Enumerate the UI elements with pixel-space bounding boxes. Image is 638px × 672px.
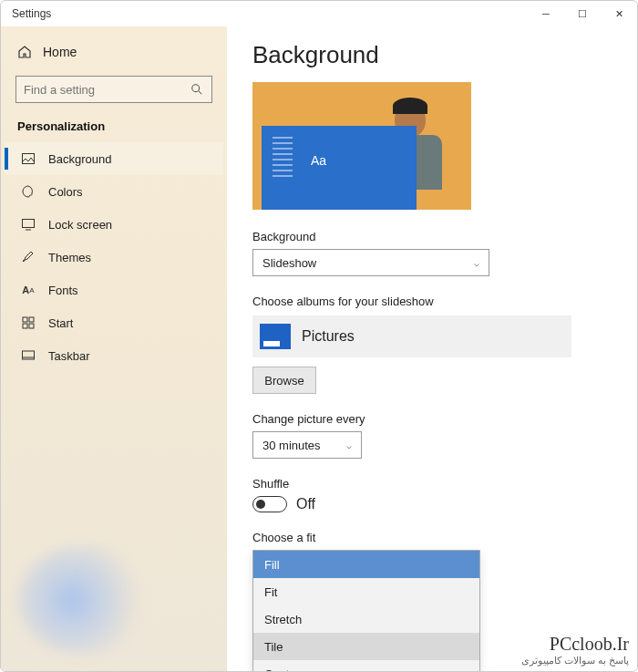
fit-option-fill[interactable]: Fill [253,551,479,578]
home-icon [17,45,32,59]
sidebar-item-label: Lock screen [48,218,112,232]
maximize-button[interactable]: ☐ [564,1,601,26]
picture-icon [21,151,36,166]
watermark: PCcloob.Ir پاسخ به سوالات کامپیوتری [521,634,629,667]
section-title: Personalization [5,107,223,142]
window-title: Settings [12,7,51,20]
search-icon [190,82,204,97]
minimize-button[interactable]: ─ [528,1,564,26]
background-preview: Aa [252,82,471,210]
svg-rect-3 [23,220,35,228]
shuffle-label: Shuffle [252,477,612,491]
background-select[interactable]: Slideshow ⌵ [252,249,489,276]
shuffle-toggle[interactable] [252,496,287,512]
sidebar: Home Personalization Background [1,26,227,671]
monitor-icon [21,217,36,232]
sidebar-item-label: Taskbar [48,349,90,363]
home-label: Home [43,45,77,59]
sidebar-item-label: Background [48,152,111,166]
sidebar-item-label: Colors [48,185,83,199]
svg-line-1 [199,91,202,95]
change-interval-select[interactable]: 30 minutes ⌵ [252,431,362,459]
page-title: Background [252,41,612,69]
close-button[interactable]: ✕ [601,1,637,26]
albums-label: Choose albums for your slideshow [252,295,612,308]
sidebar-item-label: Fonts [48,284,78,297]
shuffle-state: Off [296,496,315,512]
brush-icon [21,250,36,264]
chevron-down-icon: ⌵ [474,258,479,268]
taskbar-icon [21,348,36,363]
titlebar: Settings ─ ☐ ✕ [1,1,637,26]
fit-option-tile[interactable]: Tile [253,633,479,660]
browse-button[interactable]: Browse [252,367,316,394]
chevron-down-icon: ⌵ [346,440,352,450]
svg-point-0 [192,85,200,92]
preview-sample-text: Aa [311,153,326,168]
change-picture-label: Change picture every [252,412,612,426]
sidebar-item-label: Themes [48,251,91,264]
search-input-wrap[interactable] [15,76,212,103]
sidebar-item-fonts[interactable]: AA Fonts [5,274,223,306]
search-input[interactable] [24,83,190,97]
svg-rect-5 [23,317,27,322]
sidebar-item-themes[interactable]: Themes [5,241,223,274]
svg-rect-6 [29,317,34,322]
background-label: Background [252,230,612,243]
fit-option-stretch[interactable]: Stretch [253,605,479,633]
fit-option-center[interactable]: Center [253,660,479,671]
folder-thumb-icon [260,324,291,349]
fit-label: Choose a fit [252,531,612,544]
background-value: Slideshow [262,256,316,270]
home-nav[interactable]: Home [5,36,223,68]
sidebar-item-taskbar[interactable]: Taskbar [5,339,223,372]
change-interval-value: 30 minutes [262,439,321,452]
grid-icon [21,315,36,330]
svg-rect-7 [23,324,27,328]
font-icon: AA [21,283,36,297]
sidebar-item-start[interactable]: Start [5,306,223,339]
svg-rect-2 [23,154,35,164]
fit-dropdown-open[interactable]: Fill Fit Stretch Tile Center Span [252,550,480,671]
decorative-blur [17,545,154,655]
preview-window-mock: Aa [262,126,417,210]
watermark-subtitle: پاسخ به سوالات کامپیوتری [521,655,629,667]
sidebar-item-background[interactable]: Background [5,142,223,175]
album-row[interactable]: Pictures [252,315,571,357]
svg-rect-8 [29,324,34,328]
svg-rect-9 [23,351,35,359]
sidebar-item-colors[interactable]: Colors [5,175,223,208]
sidebar-item-lockscreen[interactable]: Lock screen [5,208,223,241]
content-area: Background Aa Background Slideshow ⌵ Cho [227,26,637,671]
sidebar-item-label: Start [48,316,73,330]
palette-icon [21,184,36,199]
album-name: Pictures [302,328,355,345]
fit-option-fit[interactable]: Fit [253,578,479,605]
watermark-title: PCcloob.Ir [521,634,629,655]
